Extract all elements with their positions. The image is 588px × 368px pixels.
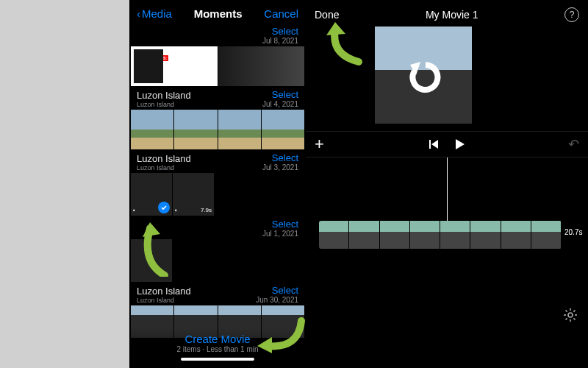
selection-meta: 2 items · Less than 1 min	[129, 345, 306, 353]
chevron-left-icon: ‹	[137, 7, 140, 20]
group-header: Luzon Island Luzon Island Select Jun 30,…	[129, 282, 306, 305]
media-thumb[interactable]	[131, 110, 173, 149]
svg-point-1	[568, 313, 573, 317]
group-date: Jun 30, 2021	[256, 296, 298, 304]
group-location: Luzon Island	[137, 153, 191, 164]
undo-button[interactable]: ↶	[568, 136, 579, 152]
thumb-strip: ▪ ▪ 7.9s	[129, 173, 306, 217]
media-thumb[interactable]	[218, 46, 305, 86]
skip-start-button[interactable]	[428, 138, 440, 150]
select-group-link[interactable]: Select	[262, 89, 298, 100]
svg-line-9	[573, 311, 575, 312]
group-date: Jul 3, 2021	[262, 163, 298, 171]
bottom-action-bar: Create Movie 2 items · Less than 1 min	[129, 328, 306, 368]
editor-nav: Done My Movie 1 ?	[306, 0, 588, 29]
gear-icon	[563, 308, 578, 322]
select-group-link[interactable]: Select	[262, 152, 298, 163]
group-date: Jul 8, 2021	[262, 37, 298, 45]
media-thumb[interactable]	[174, 110, 217, 149]
timeline-clip-duration: 20.7s	[564, 228, 582, 236]
media-thumb[interactable]	[218, 110, 261, 149]
video-icon: ▪	[133, 207, 135, 213]
create-movie-button[interactable]: Create Movie	[129, 333, 306, 345]
video-preview[interactable]	[375, 26, 472, 124]
group-sublocation: Luzon Island	[137, 297, 191, 304]
nav-bar: ‹ Media Moments Cancel	[129, 0, 306, 24]
help-button[interactable]: ?	[564, 7, 579, 22]
group-header: Luzon Island Luzon Island Select Jul 4, …	[129, 86, 306, 110]
svg-line-8	[566, 318, 567, 319]
group-header: Select Jul 1, 2021	[129, 217, 306, 239]
group-date: Jul 1, 2021	[262, 230, 298, 238]
select-group-link[interactable]: Select	[272, 26, 298, 37]
group-sublocation: Luzon Island	[137, 164, 191, 171]
play-button[interactable]	[453, 138, 466, 151]
thumb-overlay-text: THE GOSPEL IS:	[136, 55, 168, 61]
selected-check-icon	[158, 202, 170, 213]
media-thumb[interactable]: THE GOSPEL IS:	[131, 46, 218, 86]
help-icon: ?	[570, 10, 575, 20]
select-group-link[interactable]: Select	[256, 285, 298, 296]
back-label: Media	[142, 7, 172, 20]
media-thumb[interactable]: ▪ 7.9s	[173, 173, 214, 216]
group-date: Jul 4, 2021	[262, 100, 298, 108]
timeline[interactable]: 20.7s	[306, 158, 588, 334]
group-header: Luzon Island Luzon Island Select Jul 3, …	[129, 149, 306, 173]
playback-controls: + ↶	[306, 131, 588, 158]
movie-title[interactable]: My Movie 1	[426, 9, 478, 21]
group-location: Luzon Island	[137, 286, 191, 297]
settings-button[interactable]	[563, 308, 578, 324]
cancel-button[interactable]: Cancel	[264, 7, 298, 20]
select-group-link[interactable]: Select	[272, 219, 298, 230]
clip-duration: 7.9s	[201, 207, 212, 213]
svg-rect-0	[429, 140, 431, 149]
timeline-clip[interactable]	[319, 221, 562, 249]
rotate-icon	[406, 57, 441, 93]
svg-line-6	[566, 311, 567, 312]
add-media-button[interactable]: +	[315, 135, 324, 154]
nav-title: Moments	[194, 7, 243, 20]
group-sublocation: Luzon Island	[137, 101, 191, 108]
thumb-strip	[129, 239, 306, 282]
group-header: Select Jul 8, 2021	[129, 24, 306, 46]
media-thumb[interactable]: ▪	[131, 173, 172, 216]
media-thumb[interactable]	[262, 110, 304, 149]
done-button[interactable]: Done	[315, 9, 339, 21]
home-indicator	[181, 358, 254, 361]
thumb-strip	[129, 110, 306, 149]
back-button[interactable]: ‹ Media	[137, 7, 172, 20]
media-thumb[interactable]	[131, 239, 172, 282]
media-picker-screen: ‹ Media Moments Cancel Select Jul 8, 202…	[129, 0, 306, 368]
editor-screen: Done My Movie 1 ? + ↶	[306, 0, 588, 368]
video-icon: ▪	[175, 207, 177, 213]
thumb-strip: THE GOSPEL IS:	[129, 46, 306, 86]
group-location: Luzon Island	[137, 90, 191, 101]
svg-line-7	[573, 318, 575, 319]
editor-preview-area: Done My Movie 1 ?	[306, 0, 588, 125]
